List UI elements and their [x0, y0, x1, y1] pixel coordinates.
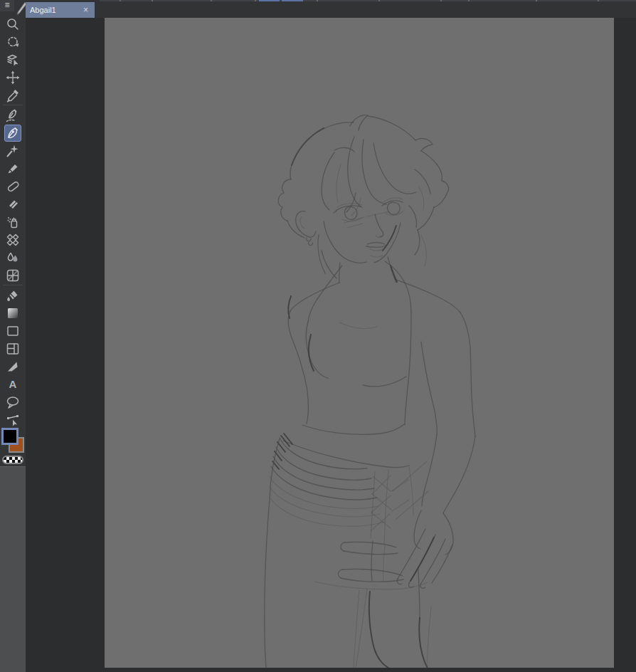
eraser-icon	[5, 196, 21, 212]
tool-fill[interactable]	[0, 286, 26, 304]
artwork-sketch	[105, 18, 614, 668]
color-swatches	[0, 428, 26, 466]
toolbar-separator	[120, 0, 121, 1]
close-icon[interactable]: ×	[81, 5, 90, 15]
pen-nib-dashed-icon	[5, 107, 21, 123]
tool-divide[interactable]	[0, 340, 26, 357]
tool-mesh-transform[interactable]	[0, 266, 26, 284]
node-cursor-icon	[5, 412, 21, 428]
transparent-color-swatch[interactable]	[2, 456, 23, 464]
tool-blend[interactable]	[0, 248, 26, 266]
toolbar-separator	[378, 0, 380, 1]
toolbar-separator	[317, 0, 318, 1]
four-way-arrows-icon	[5, 70, 21, 85]
toolbox: ≡	[0, 0, 26, 672]
eyedropper-icon	[5, 88, 21, 103]
tool-pencil[interactable]	[0, 177, 26, 195]
drawing-canvas[interactable]	[105, 18, 614, 668]
toolbar-separator	[440, 0, 442, 1]
pen-nib-icon	[5, 125, 21, 141]
toolbar-separator	[598, 0, 599, 1]
tool-pen[interactable]	[0, 124, 26, 142]
tool-eraser[interactable]	[0, 195, 26, 213]
grid-square-icon	[5, 268, 21, 283]
svg-text:A: A	[9, 378, 17, 390]
diamond-lattice-icon	[5, 232, 21, 248]
hamburger-menu-button[interactable]: ≡	[0, 0, 14, 11]
document-tab-bar: Abgail1 ×	[26, 0, 636, 18]
document-tab-title: Abgail1	[30, 6, 81, 14]
pencil-icon	[15, 1, 27, 16]
tool-magic-wand[interactable]	[0, 142, 26, 159]
tool-select-rect[interactable]	[0, 322, 26, 340]
tool-operation[interactable]	[0, 411, 26, 429]
capsule-pen-icon	[5, 179, 21, 194]
toolbar-separator	[211, 0, 212, 1]
tool-brush[interactable]	[0, 159, 26, 177]
letter-a-icon: A	[5, 377, 21, 392]
tool-eyedropper[interactable]	[0, 86, 26, 104]
paint-app-window: Abgail1 × ≡	[0, 0, 636, 672]
speech-balloon-icon	[5, 394, 21, 410]
tool-select-pen[interactable]	[0, 106, 26, 124]
tool-layer-pick[interactable]	[0, 51, 26, 68]
gradient-square-icon	[5, 305, 21, 321]
workspace	[26, 18, 636, 672]
document-tab[interactable]: Abgail1 ×	[26, 2, 95, 18]
tool-tone[interactable]	[0, 231, 26, 248]
layers-cursor-icon	[5, 52, 21, 68]
tool-move[interactable]	[0, 68, 26, 86]
clipped-active-button	[282, 0, 303, 1]
toolbar-separator	[536, 0, 537, 1]
tool-rotate-canvas[interactable]	[0, 33, 26, 51]
tool-list: A	[0, 15, 26, 429]
clipped-active-button	[259, 0, 280, 1]
toolbar-separator	[152, 0, 153, 1]
magic-wand-icon	[5, 143, 21, 159]
clipped-top-toolbar	[100, 0, 636, 1]
tool-select-lasso-pen[interactable]	[0, 357, 26, 375]
magnifier-icon	[5, 16, 21, 32]
toolbar-separator	[255, 0, 256, 1]
tool-airbrush[interactable]	[0, 213, 26, 231]
toolbox-empty-panel	[0, 466, 26, 672]
filled-nib-flag-icon	[5, 359, 21, 374]
spray-can-icon	[5, 214, 21, 230]
rotate-dashed-circle-icon	[5, 34, 21, 50]
panel-divide-icon	[5, 341, 21, 357]
water-drops-icon	[5, 250, 21, 266]
tool-balloon[interactable]	[0, 393, 26, 411]
paint-bucket-icon	[5, 288, 21, 303]
tool-gradient[interactable]	[0, 304, 26, 322]
foreground-color-swatch[interactable]	[1, 428, 18, 445]
marker-brush-icon	[5, 161, 21, 177]
toolbar-separator	[468, 0, 470, 1]
tool-text[interactable]: A	[0, 375, 26, 393]
tool-zoom[interactable]	[0, 15, 26, 33]
rectangle-outline-icon	[5, 323, 21, 339]
